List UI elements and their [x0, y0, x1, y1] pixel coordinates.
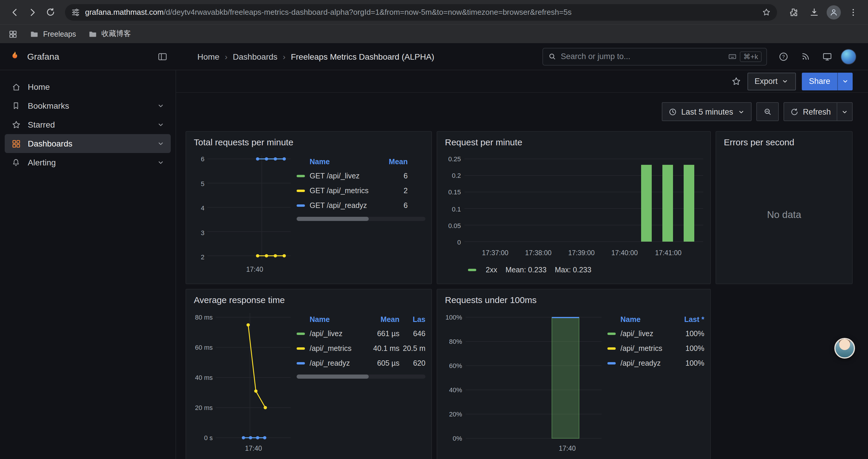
breadcrumb-home[interactable]: Home	[197, 52, 219, 61]
bookmark-label: Freeleaps	[43, 30, 76, 38]
series-name[interactable]: GET /api/_livez	[310, 172, 378, 180]
series-mean: 2	[378, 186, 408, 195]
export-button[interactable]: Export	[747, 72, 796, 90]
series-name[interactable]: /api/_livez	[310, 329, 362, 338]
refresh-interval-chevron[interactable]	[837, 102, 852, 121]
user-avatar[interactable]	[841, 49, 856, 64]
sidebar-item-dashboards[interactable]: Dashboards	[5, 134, 171, 153]
svg-text:?: ?	[782, 54, 785, 59]
series-mean: 6	[378, 172, 408, 180]
search-icon	[548, 52, 557, 61]
request-per-minute-chart	[464, 153, 703, 248]
grafana-logo[interactable]	[8, 50, 21, 63]
series-name[interactable]: 2xx	[486, 266, 497, 274]
x-tick: 17:40	[245, 445, 262, 452]
back-button[interactable]	[6, 3, 24, 21]
bookmark-star-icon[interactable]	[762, 7, 771, 17]
search-input[interactable]	[561, 52, 728, 61]
panel-title[interactable]: Requests under 100ms	[443, 294, 704, 308]
legend-row: /api/_livez 100%	[608, 326, 704, 341]
sidebar-item-bookmarks[interactable]: Bookmarks	[5, 96, 171, 115]
y-tick: 2	[201, 254, 205, 261]
browser-menu-icon[interactable]	[844, 3, 862, 21]
legend-col-name[interactable]: Name	[297, 316, 362, 324]
search-shortcut: ⌘+k	[728, 51, 762, 62]
legend-col-name[interactable]: Name	[608, 316, 671, 324]
rss-icon[interactable]	[797, 48, 814, 65]
legend-col-last[interactable]: Las	[399, 316, 426, 324]
y-tick: 4	[201, 204, 205, 211]
extensions-icon[interactable]	[784, 3, 802, 21]
sidebar-item-starred[interactable]: Starred	[5, 115, 171, 134]
downloads-icon[interactable]	[805, 3, 823, 21]
url-bar[interactable]: grafana.mathmast.com/d/deytv4rwavabkb/fr…	[65, 4, 777, 21]
sidebar-item-alerting[interactable]: Alerting	[5, 153, 171, 172]
x-tick: 17:40	[559, 445, 576, 452]
url-text[interactable]: grafana.mathmast.com/d/deytv4rwavabkb/fr…	[85, 8, 757, 17]
panel-title[interactable]: Average response time	[192, 294, 426, 308]
y-tick: 20 ms	[195, 404, 213, 411]
reload-button[interactable]	[41, 3, 59, 21]
time-controls: Last 5 minutes Refresh	[186, 102, 852, 121]
series-color-yellow	[608, 347, 616, 350]
series-name[interactable]: /api/_readyz	[620, 359, 671, 367]
refresh-button[interactable]: Refresh	[783, 102, 837, 121]
legend-row: GET /api/_livez 6	[297, 168, 426, 183]
legend-col-name[interactable]: Name	[297, 158, 378, 166]
help-icon[interactable]: ?	[775, 48, 792, 65]
breadcrumb-separator: ›	[283, 52, 285, 61]
bookmark-folder-blogs[interactable]: 收藏博客	[88, 29, 131, 39]
scrollbar-thumb[interactable]	[297, 374, 369, 379]
apps-grid-icon[interactable]	[8, 29, 18, 39]
series-last: 646	[399, 329, 426, 338]
panel-request-per-minute: Request per minute 0.25 0.2 0.15 0.1 0.0…	[437, 131, 711, 284]
legend-col-last[interactable]: Last *	[671, 316, 704, 324]
sidebar-toggle-icon[interactable]	[157, 51, 168, 62]
forward-button[interactable]	[24, 3, 41, 21]
panel-title[interactable]: Request per minute	[443, 136, 704, 151]
series-color-blue	[297, 204, 305, 206]
browser-profile-avatar[interactable]	[827, 5, 841, 19]
favorite-star-icon[interactable]	[731, 76, 742, 87]
series-name[interactable]: GET /api/_metrics	[310, 186, 378, 195]
chevron-down-icon	[737, 108, 745, 116]
dashboards-icon	[11, 138, 21, 149]
series-name[interactable]: /api/_readyz	[310, 359, 362, 367]
legend-col-mean[interactable]: Mean	[378, 158, 408, 166]
clock-icon	[668, 107, 677, 116]
time-range-picker[interactable]: Last 5 minutes	[662, 102, 752, 121]
sidebar-item-home[interactable]: Home	[5, 77, 171, 96]
series-color-green	[297, 332, 305, 335]
legend-col-mean[interactable]: Mean	[362, 316, 399, 324]
panel-title[interactable]: Total requests per minute	[192, 136, 426, 151]
zoom-out-button[interactable]	[756, 102, 778, 121]
chevron-down-icon[interactable]	[157, 102, 165, 110]
site-settings-icon[interactable]	[71, 7, 80, 17]
share-button[interactable]: Share	[802, 72, 852, 90]
floating-avatar[interactable]	[834, 338, 855, 359]
bookmark-folder-freeleaps[interactable]: Freeleaps	[30, 29, 76, 39]
legend-row: GET /api/_readyz 6	[297, 198, 426, 213]
series-name[interactable]: /api/_livez	[620, 329, 671, 338]
series-name[interactable]: /api/_metrics	[310, 344, 362, 352]
series-name[interactable]: GET /api/_readyz	[310, 201, 378, 209]
chevron-down-icon[interactable]	[157, 139, 165, 148]
series-name[interactable]: /api/_metrics	[620, 344, 671, 352]
search-box[interactable]: ⌘+k	[542, 47, 767, 65]
share-menu-chevron[interactable]	[837, 72, 852, 90]
legend-row: /api/_readyz 100%	[608, 356, 704, 370]
series-color-green	[468, 269, 476, 271]
breadcrumb-dashboards[interactable]: Dashboards	[233, 52, 277, 61]
y-tick: 3	[201, 229, 205, 236]
tv-mode-icon[interactable]	[819, 48, 836, 65]
folder-icon	[30, 29, 39, 39]
chevron-down-icon[interactable]	[157, 158, 165, 167]
sidebar-item-label: Starred	[28, 120, 55, 129]
series-color-green	[297, 174, 305, 177]
panel-title[interactable]: Errors per second	[722, 136, 846, 151]
chevron-down-icon[interactable]	[157, 121, 165, 129]
legend-scrollbar	[297, 217, 426, 221]
folder-icon	[88, 29, 97, 39]
bookmarks-bar: Freeleaps 收藏博客	[0, 24, 868, 43]
scrollbar-thumb[interactable]	[297, 217, 369, 221]
